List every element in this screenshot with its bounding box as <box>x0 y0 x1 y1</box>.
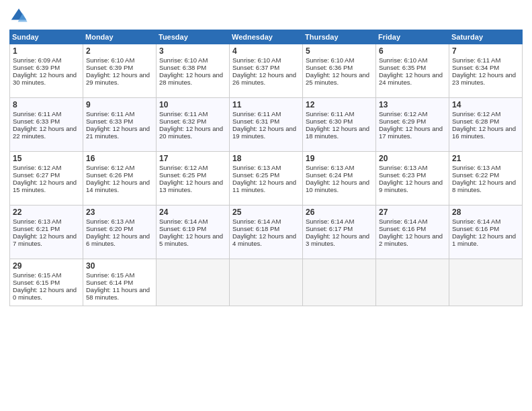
sunset-label: Sunset: 6:21 PM <box>13 225 60 232</box>
calendar-cell: 17Sunrise: 6:12 AMSunset: 6:25 PMDayligh… <box>157 152 230 205</box>
sunset-label: Sunset: 6:15 PM <box>13 279 60 286</box>
sunrise-label: Sunrise: 6:12 AM <box>13 164 61 171</box>
daylight-label: Daylight: 12 hours and 23 minutes. <box>452 71 516 86</box>
sunset-label: Sunset: 6:30 PM <box>306 118 353 125</box>
sunrise-label: Sunrise: 6:11 AM <box>13 110 61 118</box>
calendar-cell: 10Sunrise: 6:11 AMSunset: 6:32 PMDayligh… <box>157 98 230 152</box>
calendar-cell: 9Sunrise: 6:11 AMSunset: 6:33 PMDaylight… <box>83 98 157 152</box>
daylight-label: Daylight: 12 hours and 20 minutes. <box>159 125 223 140</box>
sunrise-label: Sunrise: 6:13 AM <box>306 164 354 171</box>
calendar-cell: 5Sunrise: 6:10 AMSunset: 6:36 PMDaylight… <box>303 44 376 98</box>
sunrise-label: Sunrise: 6:14 AM <box>159 218 208 225</box>
sunrise-label: Sunrise: 6:09 AM <box>13 56 61 64</box>
day-number: 21 <box>452 154 519 163</box>
day-number: 15 <box>13 154 80 163</box>
sunset-label: Sunset: 6:25 PM <box>232 171 279 179</box>
col-header-monday: Monday <box>83 30 157 44</box>
calendar-cell: 28Sunrise: 6:14 AMSunset: 6:16 PMDayligh… <box>449 205 523 259</box>
day-number: 16 <box>86 154 153 163</box>
sunset-label: Sunset: 6:39 PM <box>13 64 60 71</box>
sunset-label: Sunset: 6:36 PM <box>306 64 353 71</box>
calendar-cell: 8Sunrise: 6:11 AMSunset: 6:33 PMDaylight… <box>10 98 83 152</box>
daylight-label: Daylight: 12 hours and 13 minutes. <box>159 179 223 193</box>
day-number: 20 <box>379 154 446 163</box>
sunrise-label: Sunrise: 6:11 AM <box>306 110 354 118</box>
calendar-cell: 2Sunrise: 6:10 AMSunset: 6:39 PMDaylight… <box>83 44 157 98</box>
page: SundayMondayTuesdayWednesdayThursdayFrid… <box>0 0 532 411</box>
calendar-cell: 14Sunrise: 6:12 AMSunset: 6:28 PMDayligh… <box>449 98 523 152</box>
daylight-label: Daylight: 12 hours and 11 minutes. <box>232 179 296 193</box>
day-number: 8 <box>13 100 80 109</box>
sunrise-label: Sunrise: 6:14 AM <box>379 218 427 225</box>
day-number: 23 <box>86 208 153 217</box>
daylight-label: Daylight: 12 hours and 30 minutes. <box>13 71 77 86</box>
daylight-label: Daylight: 12 hours and 29 minutes. <box>86 71 150 86</box>
sunset-label: Sunset: 6:16 PM <box>379 225 426 232</box>
sunset-label: Sunset: 6:27 PM <box>13 171 60 179</box>
sunrise-label: Sunrise: 6:14 AM <box>232 218 281 225</box>
calendar-week-row: 15Sunrise: 6:12 AMSunset: 6:27 PMDayligh… <box>10 152 523 205</box>
sunset-label: Sunset: 6:37 PM <box>232 64 279 71</box>
daylight-label: Daylight: 12 hours and 18 minutes. <box>306 125 369 140</box>
col-header-friday: Friday <box>376 30 449 44</box>
calendar-cell: 1Sunrise: 6:09 AMSunset: 6:39 PMDaylight… <box>10 44 83 98</box>
calendar-cell: 13Sunrise: 6:12 AMSunset: 6:29 PMDayligh… <box>376 98 449 152</box>
calendar-cell: 29Sunrise: 6:15 AMSunset: 6:15 PMDayligh… <box>10 259 83 306</box>
day-number: 28 <box>452 208 519 217</box>
sunset-label: Sunset: 6:25 PM <box>159 171 206 179</box>
daylight-label: Daylight: 12 hours and 8 minutes. <box>452 179 516 193</box>
sunset-label: Sunset: 6:19 PM <box>159 225 206 232</box>
sunrise-label: Sunrise: 6:12 AM <box>379 110 427 118</box>
col-header-tuesday: Tuesday <box>157 30 230 44</box>
daylight-label: Daylight: 12 hours and 26 minutes. <box>232 71 296 86</box>
sunrise-label: Sunrise: 6:12 AM <box>159 164 208 171</box>
calendar-cell: 20Sunrise: 6:13 AMSunset: 6:23 PMDayligh… <box>376 152 449 205</box>
sunrise-label: Sunrise: 6:12 AM <box>86 164 134 171</box>
sunrise-label: Sunrise: 6:13 AM <box>86 218 134 225</box>
daylight-label: Daylight: 12 hours and 28 minutes. <box>159 71 223 86</box>
day-number: 17 <box>159 154 226 163</box>
sunset-label: Sunset: 6:35 PM <box>379 64 426 71</box>
daylight-label: Daylight: 12 hours and 9 minutes. <box>379 179 443 193</box>
day-number: 18 <box>232 154 300 163</box>
sunrise-label: Sunrise: 6:13 AM <box>379 164 427 171</box>
sunrise-label: Sunrise: 6:14 AM <box>306 218 354 225</box>
daylight-label: Daylight: 12 hours and 16 minutes. <box>452 125 516 140</box>
header <box>9 7 523 26</box>
day-number: 6 <box>379 46 446 56</box>
sunrise-label: Sunrise: 6:12 AM <box>452 110 500 118</box>
day-number: 10 <box>159 100 226 109</box>
calendar-week-row: 1Sunrise: 6:09 AMSunset: 6:39 PMDaylight… <box>10 44 523 98</box>
logo <box>9 7 31 26</box>
calendar-cell: 3Sunrise: 6:10 AMSunset: 6:38 PMDaylight… <box>157 44 230 98</box>
calendar-cell: 21Sunrise: 6:13 AMSunset: 6:22 PMDayligh… <box>449 152 523 205</box>
sunset-label: Sunset: 6:16 PM <box>452 225 499 232</box>
calendar-cell: 15Sunrise: 6:12 AMSunset: 6:27 PMDayligh… <box>10 152 83 205</box>
sunset-label: Sunset: 6:22 PM <box>452 171 499 179</box>
calendar-header-row: SundayMondayTuesdayWednesdayThursdayFrid… <box>10 30 523 44</box>
sunset-label: Sunset: 6:29 PM <box>379 118 426 125</box>
sunrise-label: Sunrise: 6:10 AM <box>86 56 134 64</box>
sunset-label: Sunset: 6:28 PM <box>452 118 499 125</box>
daylight-label: Daylight: 12 hours and 10 minutes. <box>306 179 369 193</box>
day-number: 27 <box>379 208 446 217</box>
calendar-cell <box>376 259 449 306</box>
daylight-label: Daylight: 12 hours and 3 minutes. <box>306 232 369 247</box>
calendar-cell: 18Sunrise: 6:13 AMSunset: 6:25 PMDayligh… <box>230 152 303 205</box>
sunset-label: Sunset: 6:38 PM <box>159 64 206 71</box>
sunrise-label: Sunrise: 6:15 AM <box>13 271 61 279</box>
sunrise-label: Sunrise: 6:13 AM <box>232 164 281 171</box>
calendar-cell: 4Sunrise: 6:10 AMSunset: 6:37 PMDaylight… <box>230 44 303 98</box>
sunrise-label: Sunrise: 6:10 AM <box>232 56 281 64</box>
daylight-label: Daylight: 12 hours and 5 minutes. <box>159 232 223 247</box>
day-number: 7 <box>452 46 519 56</box>
daylight-label: Daylight: 12 hours and 17 minutes. <box>379 125 443 140</box>
sunset-label: Sunset: 6:26 PM <box>86 171 133 179</box>
calendar-cell: 11Sunrise: 6:11 AMSunset: 6:31 PMDayligh… <box>230 98 303 152</box>
day-number: 12 <box>306 100 373 109</box>
sunset-label: Sunset: 6:39 PM <box>86 64 133 71</box>
calendar-cell: 24Sunrise: 6:14 AMSunset: 6:19 PMDayligh… <box>157 205 230 259</box>
sunset-label: Sunset: 6:33 PM <box>86 118 133 125</box>
day-number: 14 <box>452 100 519 109</box>
calendar-cell <box>449 259 523 306</box>
